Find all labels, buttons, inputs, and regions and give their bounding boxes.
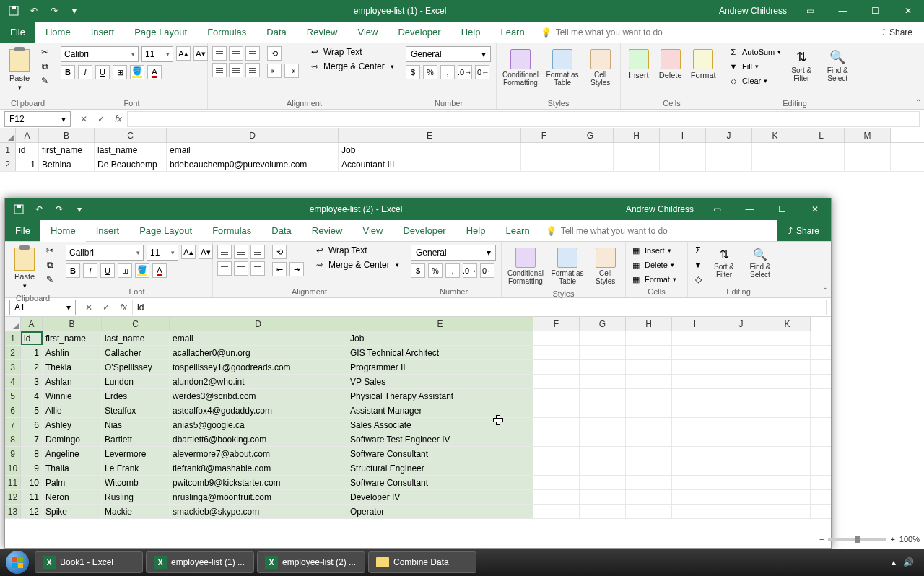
italic-button[interactable]: I xyxy=(83,263,97,278)
cell[interactable] xyxy=(764,447,811,461)
cell[interactable] xyxy=(626,418,672,432)
cell[interactable]: Sales Associate xyxy=(347,418,533,432)
cell[interactable] xyxy=(764,331,811,345)
cell[interactable] xyxy=(718,331,764,345)
tab-review[interactable]: Review xyxy=(297,22,348,43)
decrease-indent-icon[interactable]: ⇤ xyxy=(267,64,282,78)
cell[interactable]: 6 xyxy=(21,418,43,432)
cell[interactable] xyxy=(580,346,626,359)
fill-icon[interactable]: ▼ xyxy=(692,259,704,271)
grid-front[interactable]: ABCDEFGHIJK1idfirst_namelast_nameemailJo… xyxy=(5,317,831,519)
conditional-formatting-button[interactable]: Conditional Formatting xyxy=(501,46,540,90)
cell[interactable] xyxy=(718,403,764,417)
tab-formulas[interactable]: Formulas xyxy=(202,220,261,241)
cell[interactable] xyxy=(672,505,718,518)
tab-insert[interactable]: Insert xyxy=(81,22,125,43)
cell[interactable]: 4 xyxy=(21,389,43,403)
copy-icon[interactable]: ⧉ xyxy=(44,259,56,271)
cell[interactable]: 2 xyxy=(21,360,43,374)
clear-button[interactable]: ◇Clear▾ xyxy=(728,75,781,87)
fill-button[interactable]: ▼Fill▾ xyxy=(728,61,781,72)
cell[interactable]: Bethina xyxy=(39,157,95,171)
cell[interactable]: Nias xyxy=(102,418,170,432)
align-top-icon[interactable] xyxy=(217,245,232,259)
format-as-table-button[interactable]: Format as Table xyxy=(544,46,580,90)
cell[interactable] xyxy=(764,461,811,475)
volume-icon[interactable]: 🔊 xyxy=(903,557,914,567)
cell[interactable]: smackieb@skype.com xyxy=(170,505,347,518)
cell[interactable] xyxy=(718,505,764,518)
cell[interactable]: De Beauchemp xyxy=(95,157,167,171)
tab-insert[interactable]: Insert xyxy=(86,220,130,241)
cell[interactable] xyxy=(672,432,718,446)
save-icon[interactable] xyxy=(6,3,22,19)
conditional-formatting-button[interactable]: Conditional Formatting xyxy=(506,245,545,288)
cell[interactable] xyxy=(626,432,672,446)
find-select-button[interactable]: 🔍Find & Select xyxy=(821,46,853,85)
tab-review[interactable]: Review xyxy=(302,220,353,241)
qat-more-icon[interactable]: ▾ xyxy=(66,3,82,19)
cancel-formula-icon[interactable]: ✕ xyxy=(80,299,97,316)
align-middle-icon[interactable] xyxy=(229,46,243,61)
col-header-F[interactable]: F xyxy=(533,317,580,331)
cell[interactable] xyxy=(718,389,764,403)
number-format-combo[interactable]: General▾ xyxy=(406,46,491,62)
enter-formula-icon[interactable]: ✓ xyxy=(92,110,110,128)
row-header[interactable]: 11 xyxy=(5,476,21,489)
font-size-combo[interactable]: 11▾ xyxy=(147,245,178,261)
font-color-button[interactable]: A xyxy=(147,65,162,79)
cell[interactable]: 5 xyxy=(21,403,43,417)
qat-more-icon[interactable]: ▾ xyxy=(71,201,87,217)
system-tray[interactable]: ▴ 🔊 xyxy=(892,557,921,567)
minimize-icon[interactable]: — xyxy=(733,198,766,220)
cell[interactable] xyxy=(533,403,580,417)
cell[interactable] xyxy=(672,346,718,359)
grid-back[interactable]: ABCDEFGHIJKLM1idfirst_namelast_nameemail… xyxy=(0,128,924,172)
delete-cells-button[interactable]: Delete xyxy=(657,46,684,82)
cell[interactable] xyxy=(580,461,626,475)
cell[interactable] xyxy=(764,418,811,432)
sort-filter-button[interactable]: ⇅Sort & Filter xyxy=(708,245,740,282)
cell[interactable] xyxy=(752,143,798,157)
cell[interactable] xyxy=(614,157,660,171)
format-painter-icon[interactable]: ✎ xyxy=(44,274,56,285)
cell[interactable] xyxy=(580,403,626,417)
tab-page-layout[interactable]: Page Layout xyxy=(124,22,197,43)
fx-icon[interactable]: fx xyxy=(115,299,132,316)
col-header-G[interactable]: G xyxy=(567,128,614,142)
zoom-in-icon[interactable]: + xyxy=(890,535,894,544)
col-header-K[interactable]: K xyxy=(752,128,798,142)
col-header-A[interactable]: A xyxy=(16,128,39,142)
cell[interactable]: Le Frank xyxy=(102,461,170,475)
cell[interactable]: tlefrank8@mashable.com xyxy=(170,461,347,475)
clear-icon[interactable]: ◇ xyxy=(692,274,704,285)
tell-me-search[interactable]: 💡Tell me what you want to do xyxy=(540,220,777,241)
cell[interactable] xyxy=(626,331,672,345)
tray-up-icon[interactable]: ▴ xyxy=(892,557,896,567)
increase-indent-icon[interactable]: ⇥ xyxy=(289,262,304,276)
tab-view[interactable]: View xyxy=(352,220,393,241)
cell[interactable] xyxy=(626,505,672,518)
tab-help[interactable]: Help xyxy=(456,220,496,241)
cell[interactable] xyxy=(626,346,672,359)
cell[interactable] xyxy=(626,360,672,374)
tab-data[interactable]: Data xyxy=(261,220,301,241)
cell[interactable] xyxy=(626,476,672,489)
col-header-F[interactable]: F xyxy=(521,128,567,142)
cell[interactable] xyxy=(580,389,626,403)
cell[interactable]: 1 xyxy=(16,157,39,171)
cell[interactable]: Callacher xyxy=(102,346,170,359)
cell[interactable] xyxy=(533,476,580,489)
cancel-formula-icon[interactable]: ✕ xyxy=(75,110,92,128)
cell[interactable]: astealfox4@godaddy.com xyxy=(170,403,347,417)
col-header-L[interactable]: L xyxy=(798,128,845,142)
cell[interactable] xyxy=(718,447,764,461)
tab-developer[interactable]: Developer xyxy=(393,220,456,241)
user-name[interactable]: Andrew Childress xyxy=(619,204,701,214)
cell[interactable] xyxy=(660,143,706,157)
cell[interactable]: Domingo xyxy=(43,432,102,446)
decrease-decimal-icon[interactable]: .0← xyxy=(480,263,494,278)
cell[interactable] xyxy=(533,461,580,475)
number-format-combo[interactable]: General▾ xyxy=(411,245,496,261)
autosum-icon[interactable]: Σ xyxy=(692,245,704,256)
